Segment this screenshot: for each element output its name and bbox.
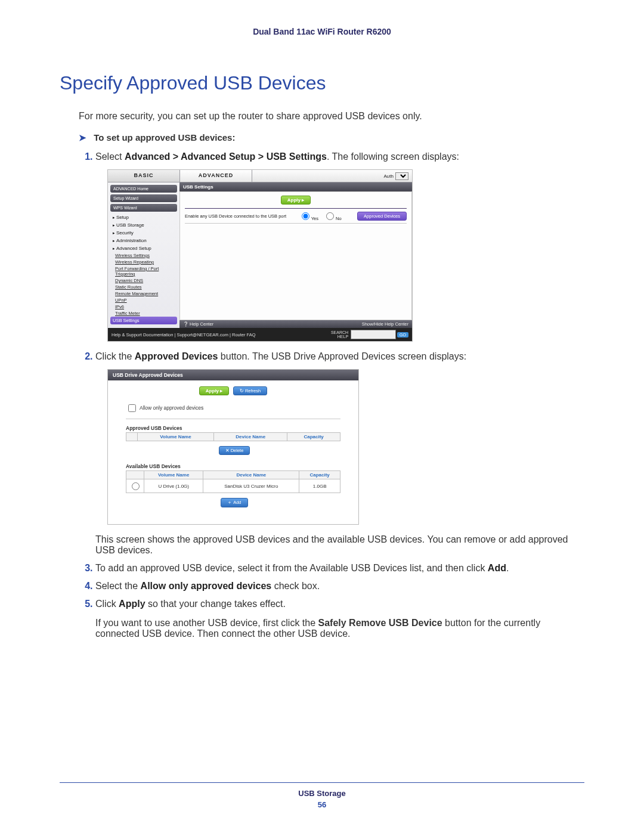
th-volume: Volume Name <box>137 433 213 441</box>
th-capacity-2: Capacity <box>299 471 340 479</box>
footer-chapter: USB Storage <box>60 789 584 798</box>
tab-basic[interactable]: BASIC <box>108 170 180 182</box>
subnav-ipv6[interactable]: IPv6 <box>110 304 177 310</box>
sidebar-item-security[interactable]: Security <box>110 229 177 237</box>
row-device: SanDisk U3 Cruzer Micro <box>203 479 299 493</box>
footer-search-label: SEARCHHELP <box>331 330 351 339</box>
sidebar-item-advanced-setup[interactable]: Advanced Setup <box>110 244 177 252</box>
allow-only-approved-checkbox[interactable] <box>128 404 136 412</box>
auth-selector[interactable]: Auth <box>384 170 412 182</box>
panel-title: USB Settings <box>179 182 412 191</box>
subnav-usb-settings[interactable]: USB Settings <box>110 317 177 324</box>
sidebar-btn-setup-wizard[interactable]: Setup Wizard <box>110 194 177 202</box>
apply-button-2[interactable]: Apply ▸ <box>199 386 229 395</box>
radio-no[interactable] <box>326 212 334 220</box>
help-center-toggle[interactable]: ❔ Help Center <box>183 321 213 327</box>
auth-dropdown[interactable] <box>395 172 408 180</box>
table-row[interactable]: U Drive (1.0G) SanDisk U3 Cruzer Micro 1… <box>126 479 340 493</box>
sidebar: ADVANCED Home Setup Wizard WPS Wizard Se… <box>108 182 179 328</box>
subnav-upnp[interactable]: UPnP <box>110 297 177 304</box>
approved-devices-table: Volume Name Device Name Capacity <box>126 432 340 441</box>
radio-yes[interactable] <box>302 212 309 220</box>
th-volume-2: Volume Name <box>144 471 203 479</box>
row-capacity: 1.0GB <box>299 479 340 493</box>
footer-help-links[interactable]: Help & Support Documentation | Support@N… <box>112 332 256 337</box>
allow-only-approved-label: Allow only approved devices <box>140 405 203 411</box>
subnav-remote-management[interactable]: Remote Management <box>110 290 177 297</box>
refresh-button[interactable]: ↻ Refresh <box>233 386 267 395</box>
step-2: Click the Approved Devices button. The U… <box>95 351 584 556</box>
task-heading: ➤ To set up approved USB devices: <box>79 132 584 143</box>
step-1: Select Advanced > Advanced Setup > USB S… <box>95 151 584 342</box>
th-capacity: Capacity <box>287 433 340 441</box>
closing-paragraph: If you want to use another USB device, f… <box>95 618 584 639</box>
tab-advanced[interactable]: ADVANCED <box>180 170 252 182</box>
approved-devices-button[interactable]: Approved Devices <box>357 212 407 221</box>
subnav-wireless-settings[interactable]: Wireless Settings <box>110 252 177 259</box>
section-title: Specify Approved USB Devices <box>60 72 584 94</box>
delete-button[interactable]: ✕ Delete <box>219 446 250 455</box>
approved-list-heading: Approved USB Devices <box>126 425 340 431</box>
available-devices-table: Volume Name Device Name Capacity U Drive… <box>126 470 340 493</box>
screenshot-approved-devices: USB Drive Approved Devices Apply ▸ ↻ Ref… <box>107 369 359 525</box>
enable-usb-label: Enable any USB Device connected to the U… <box>185 213 286 219</box>
sidebar-item-usb-storage[interactable]: USB Storage <box>110 221 177 229</box>
row-volume: U Drive (1.0G) <box>144 479 203 493</box>
subnav-static-routes[interactable]: Static Routes <box>110 284 177 290</box>
subnav-wireless-repeating[interactable]: Wireless Repeating <box>110 259 177 265</box>
step-2-paragraph: This screen shows the approved USB devic… <box>95 534 584 556</box>
task-heading-text: To set up approved USB devices: <box>94 132 235 143</box>
sidebar-item-administration[interactable]: Administration <box>110 237 177 244</box>
sidebar-item-setup[interactable]: Setup <box>110 213 177 221</box>
screenshot-usb-settings: BASIC ADVANCED Auth ADVANCED Home Setup … <box>107 169 413 342</box>
subnav-dynamic-dns[interactable]: Dynamic DNS <box>110 277 177 284</box>
row-select-radio[interactable] <box>132 482 140 490</box>
step-4: Select the Allow only approved devices c… <box>95 581 584 592</box>
enable-usb-radios[interactable]: Yes No <box>299 210 345 221</box>
footer-go-button[interactable]: GO <box>397 332 408 337</box>
th-device-2: Device Name <box>203 471 299 479</box>
help-center-showhide[interactable]: Show/Hide Help Center <box>362 321 408 327</box>
sidebar-btn-advanced-home[interactable]: ADVANCED Home <box>110 185 177 193</box>
available-list-heading: Available USB Devices <box>126 463 340 469</box>
footer-page-number: 56 <box>60 800 584 809</box>
step-3: To add an approved USB device, select it… <box>95 563 584 574</box>
chevron-right-icon: ➤ <box>79 132 86 143</box>
intro-text: For more security, you can set up the ro… <box>79 111 584 122</box>
add-button[interactable]: ＋ Add <box>221 498 247 507</box>
subnav-traffic-meter[interactable]: Traffic Meter <box>110 310 177 317</box>
th-device: Device Name <box>214 433 287 441</box>
subnav-port-forwarding[interactable]: Port Forwarding / Port Triggering <box>110 265 177 277</box>
footer-search-input[interactable] <box>351 330 396 339</box>
page-header: Dual Band 11ac WiFi Router R6200 <box>60 27 584 36</box>
apply-button[interactable]: Apply ▸ <box>281 196 311 205</box>
sidebar-btn-wps-wizard[interactable]: WPS Wizard <box>110 204 177 212</box>
panel2-title: USB Drive Approved Devices <box>108 370 358 380</box>
step-5: Click Apply so that your change takes ef… <box>95 599 584 609</box>
footer-rule <box>60 782 584 783</box>
